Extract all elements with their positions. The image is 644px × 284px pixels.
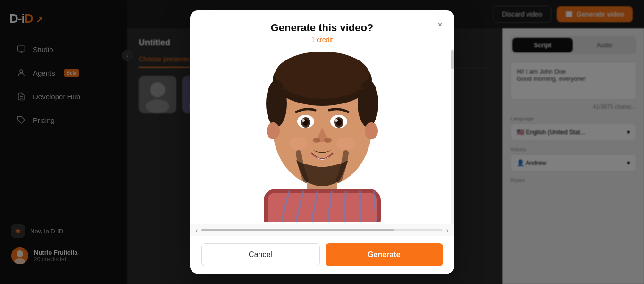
svg-point-38 [302,119,305,122]
modal-overlay: Generate this video? 1 credit × [0,0,644,284]
modal-subtitle: 1 credit [201,36,443,43]
scroll-track-thumb [201,229,394,231]
scroll-track [201,229,443,231]
face-illustration [228,52,417,222]
generate-button[interactable]: Generate [326,243,443,266]
modal-close-button[interactable]: × [434,18,447,31]
cancel-button[interactable]: Cancel [201,243,320,266]
horizontal-scroll-bar: ‹ › [190,224,454,236]
scroll-right-arrow[interactable]: › [446,226,449,234]
modal-header: Generate this video? 1 credit × [190,10,454,49]
modal-title: Generate this video? [201,22,443,34]
svg-point-44 [324,138,332,143]
svg-point-46 [336,137,355,150]
svg-point-45 [289,137,308,150]
svg-point-43 [313,138,320,143]
presenter-preview [190,49,454,224]
generate-video-modal: Generate this video? 1 credit × [190,10,454,274]
modal-footer: Cancel Generate [190,236,454,274]
modal-image-area [190,49,454,224]
svg-point-34 [365,122,378,139]
svg-point-42 [335,119,338,122]
scroll-left-arrow[interactable]: ‹ [196,226,198,234]
scroll-bar[interactable] [451,49,454,224]
svg-point-33 [267,122,280,139]
scroll-thumb [451,50,454,69]
